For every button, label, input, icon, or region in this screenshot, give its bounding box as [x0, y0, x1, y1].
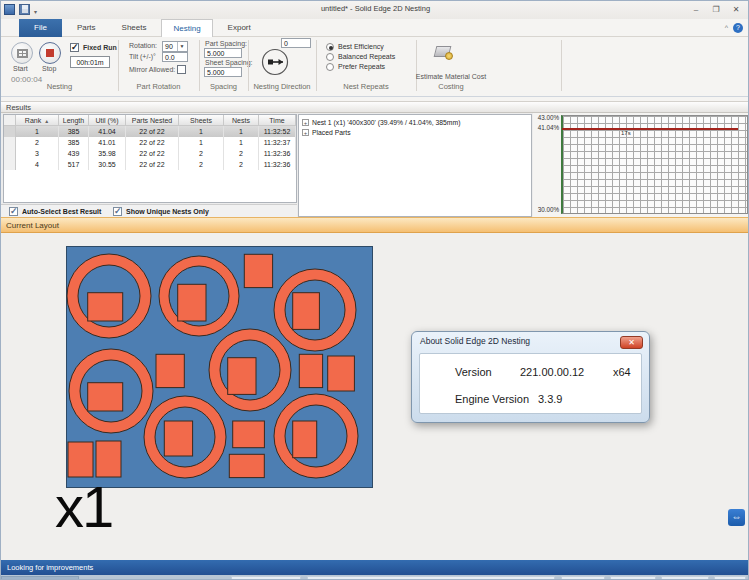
column-header-rank[interactable]: Rank▲: [16, 115, 59, 125]
chart-ytick-top: 43.00%: [533, 114, 559, 121]
column-header-sheets[interactable]: Sheets: [179, 115, 224, 125]
spacing-group-label: Spacing: [199, 82, 248, 91]
checkbox-icon: [9, 207, 18, 216]
column-header-util[interactable]: Util (%): [89, 115, 126, 125]
nesting-group-label: Nesting: [1, 82, 118, 91]
fixed-run-checkbox[interactable]: [70, 43, 79, 52]
sheet-spacing-label: Sheet Spacing:: [205, 59, 252, 66]
results-table: Rank▲LengthUtil (%)Parts NestedSheetsNes…: [3, 114, 297, 203]
checkbox-icon: [113, 207, 122, 216]
rotation-combo[interactable]: 90▼: [162, 41, 188, 52]
version-value: 221.00.00.12: [520, 366, 584, 378]
teamviewer-icon[interactable]: ⇔: [728, 509, 745, 526]
radio-icon: [326, 63, 334, 71]
start-label: Start: [13, 65, 28, 72]
stop-label: Stop: [42, 65, 56, 72]
column-header-nests[interactable]: Nests: [224, 115, 259, 125]
radio-balanced-repeats[interactable]: Balanced Repeats: [326, 52, 395, 61]
nest-repeats-group-label: Nest Repeats: [316, 82, 416, 91]
direction-angle-input[interactable]: 0: [281, 38, 311, 48]
tab-nesting[interactable]: Nesting: [161, 19, 212, 37]
engine-version-value: 3.3.9: [538, 393, 562, 405]
start-nest-icon: [17, 49, 28, 58]
about-dialog-title: About Solid Edge 2D Nesting: [420, 336, 530, 346]
layout-view: x1 About Solid Edge 2D Nesting ✕ Version…: [1, 233, 749, 560]
tree-item-placed-parts[interactable]: +Placed Parts: [302, 127, 531, 137]
chart-ytick-bottom: 30.00%: [533, 206, 559, 213]
table-row[interactable]: 138541.0422 of 221111:32:52: [4, 126, 296, 137]
chevron-down-icon[interactable]: ▼: [177, 42, 186, 51]
tilt-input[interactable]: 0.0: [162, 52, 188, 62]
status-bar: Looking for improvements: [1, 560, 749, 575]
estimate-material-cost-icon[interactable]: [434, 44, 454, 60]
start-button[interactable]: [11, 42, 33, 64]
nesting-direction-icon[interactable]: [261, 48, 289, 76]
stop-icon: [46, 49, 54, 57]
costing-group-label: Costing: [416, 82, 486, 91]
tab-parts[interactable]: Parts: [66, 19, 107, 37]
tree-item-label: Placed Parts: [312, 129, 351, 136]
window-title: untitled* - Solid Edge 2D Nesting: [1, 4, 749, 13]
radio-icon: [326, 53, 334, 61]
radio-label: Best Efficiency: [338, 43, 384, 50]
help-icon[interactable]: ?: [733, 23, 743, 33]
column-header-parts-nested[interactable]: Parts Nested: [126, 115, 179, 125]
tab-sheets[interactable]: Sheets: [111, 19, 158, 37]
results-options-row: Auto-Select Best ResultShow Unique Nests…: [1, 204, 297, 217]
tab-file[interactable]: File: [19, 19, 62, 37]
nest-repeats-options: Best EfficiencyBalanced RepeatsPrefer Re…: [326, 42, 395, 72]
about-dialog-close-button[interactable]: ✕: [620, 336, 643, 349]
version-label: Version: [455, 366, 492, 378]
estimate-material-cost-button[interactable]: Estimate Material Cost: [415, 73, 487, 80]
radio-prefer-repeats[interactable]: Prefer Repeats: [326, 62, 395, 71]
restore-button[interactable]: ❐: [708, 3, 724, 16]
part-spacing-label: Part Spacing:: [205, 40, 247, 47]
close-button[interactable]: ✕: [728, 3, 744, 16]
checkbox-label: Auto-Select Best Result: [22, 208, 101, 215]
about-dialog-body: Version 221.00.00.12 x64 Engine Version …: [419, 353, 642, 414]
current-layout-header: Current Layout: [1, 217, 749, 233]
checkbox-auto-select-best-result[interactable]: Auto-Select Best Result: [9, 207, 101, 216]
column-header-time[interactable]: Time: [259, 115, 296, 125]
tree-expand-icon[interactable]: +: [302, 119, 309, 126]
results-panel-header: Results: [1, 101, 749, 113]
chart-time-annotation: 17s: [621, 130, 631, 136]
sort-icon: ▲: [44, 118, 49, 124]
part-spacing-input[interactable]: 5.000: [204, 48, 242, 58]
table-row[interactable]: 343935.9822 of 222211:32:36: [4, 148, 296, 159]
nesting-direction-group-label: Nesting Direction: [248, 82, 316, 91]
tab-export[interactable]: Export: [217, 19, 262, 37]
ribbon-tab-row: FilePartsSheetsNestingExport ^ ?: [1, 19, 749, 37]
checkbox-show-unique-nests-only[interactable]: Show Unique Nests Only: [113, 207, 209, 216]
column-header-length[interactable]: Length: [59, 115, 89, 125]
run-time-input[interactable]: 00h:01m: [70, 56, 110, 68]
results-table-rows: 138541.0422 of 221111:32:52238541.0122 o…: [4, 126, 296, 170]
sheet-quantity-label: x1: [55, 478, 112, 536]
taskbar-sliver: [1, 575, 749, 580]
table-row[interactable]: 238541.0122 of 221111:32:37: [4, 137, 296, 148]
mirror-label: Mirror Allowed:: [129, 66, 175, 73]
engine-version-label: Engine Version: [455, 393, 529, 405]
tilt-label: Tilt (+/-)°: [129, 53, 156, 60]
chart-utilization-line: [562, 128, 738, 130]
nest-sheet-svg[interactable]: [66, 246, 373, 488]
nest-tree: +Nest 1 (x1) '400x300' (39.49% / 41.04%,…: [298, 114, 532, 217]
chart-ytick-current: 41.04%: [533, 124, 559, 131]
mirror-allowed-checkbox[interactable]: [177, 65, 186, 74]
about-dialog: About Solid Edge 2D Nesting ✕ Version 22…: [411, 331, 650, 423]
rotation-label: Rotation:: [129, 42, 157, 49]
table-row[interactable]: 451730.5522 of 222211:32:36: [4, 159, 296, 170]
stop-button[interactable]: [39, 42, 61, 64]
sheet-spacing-input[interactable]: 5.000: [204, 67, 242, 77]
fixed-run-label: Fixed Run: [83, 44, 117, 51]
radio-best-efficiency[interactable]: Best Efficiency: [326, 42, 395, 51]
tree-expand-icon[interactable]: +: [302, 129, 309, 136]
ribbon-tabs: FilePartsSheetsNestingExport: [19, 19, 266, 37]
ribbon: Start Stop 00:00:04 Fixed Run 00h:01m Ne…: [1, 37, 749, 97]
tree-item-nest-1-x1-400x300-39[interactable]: +Nest 1 (x1) '400x300' (39.49% / 41.04%,…: [302, 117, 531, 127]
architecture-value: x64: [613, 366, 631, 378]
results-panel: Rank▲LengthUtil (%)Parts NestedSheetsNes…: [1, 113, 749, 217]
minimize-button[interactable]: –: [688, 3, 704, 16]
results-table-header[interactable]: Rank▲LengthUtil (%)Parts NestedSheetsNes…: [4, 115, 296, 126]
collapse-ribbon-icon[interactable]: ^: [725, 24, 728, 31]
